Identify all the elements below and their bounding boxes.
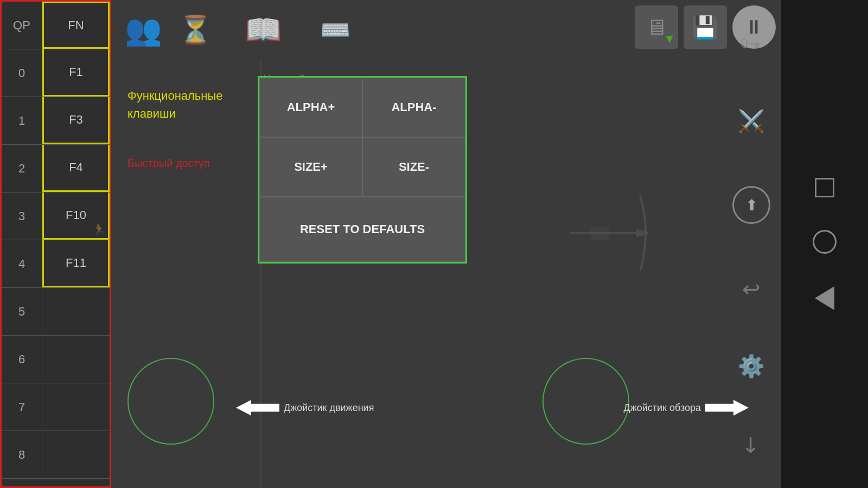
- left-sidebar: QP FN 0 F1 1 F3 2 F4 3 F10 🏃 4 F11 5 6: [0, 0, 111, 488]
- android-nav-bar: [781, 0, 868, 488]
- reset-row: RESET TO DEFAULTS: [259, 197, 465, 262]
- functional-keys-label: Функциональныеклавиши: [127, 87, 236, 123]
- sidebar-fn-header: FN: [42, 2, 110, 49]
- sidebar-qp-0[interactable]: 0: [2, 49, 42, 97]
- running-icon: 🏃: [92, 223, 106, 236]
- alpha-row: ALPHA+ ALPHA-: [259, 78, 465, 137]
- sidebar-qp-a[interactable]: a: [2, 479, 42, 488]
- alpha-minus-button[interactable]: ALPHA-: [362, 78, 465, 137]
- home-button[interactable]: [813, 230, 837, 254]
- sidebar-qp-7[interactable]: 7: [2, 383, 42, 431]
- hourglass-icon[interactable]: ⏳: [178, 14, 212, 46]
- sword-shield-icon[interactable]: ⚔️: [738, 108, 765, 134]
- svg-marker-3: [637, 230, 648, 236]
- control-panel: ALPHA+ ALPHA- SIZE+ SIZE- RESET TO DEFAU…: [258, 76, 467, 264]
- undo-icon[interactable]: ↩: [742, 277, 761, 301]
- sidebar-fn-1[interactable]: F3: [42, 97, 110, 144]
- sidebar-qp-1[interactable]: 1: [2, 97, 42, 144]
- arrow-left-icon: [236, 398, 279, 418]
- sidebar-fn-2[interactable]: F4: [42, 145, 110, 192]
- sidebar-fn-5: [42, 288, 110, 335]
- size-row: SIZE+ SIZE-: [259, 137, 465, 197]
- sidebar-qp-5[interactable]: 5: [2, 288, 42, 335]
- sidebar-qp-2[interactable]: 2: [2, 145, 42, 192]
- alpha-plus-button[interactable]: ALPHA+: [259, 78, 362, 137]
- sidebar-fn-4[interactable]: F11: [42, 240, 110, 287]
- sidebar-fn-3[interactable]: F10 🏃: [42, 192, 110, 240]
- sidebar-fn-0[interactable]: F1: [42, 49, 110, 97]
- sidebar-fn-6: [42, 336, 110, 383]
- compass-icon[interactable]: ⚙️: [738, 354, 765, 379]
- size-minus-button[interactable]: SIZE-: [362, 137, 465, 197]
- crossbow-icon: [553, 179, 662, 290]
- right-game-icons-panel: 🗝 ⚔️ ⬆ ↩ ⚙️ ↘: [724, 0, 778, 488]
- reset-defaults-button[interactable]: RESET TO DEFAULTS: [259, 197, 465, 262]
- sidebar-fn-a: [42, 479, 110, 488]
- up-arrow-button[interactable]: ⬆: [732, 186, 770, 224]
- sidebar-qp-6[interactable]: 6: [2, 336, 42, 383]
- diagonal-arrow-icon[interactable]: ↘: [736, 428, 767, 459]
- main-content: Функциональныеклавиши Быстрый доступ Нас…: [117, 60, 781, 488]
- people-icon[interactable]: 👥: [125, 12, 162, 48]
- download-arrow-icon: ▼: [663, 32, 675, 46]
- sidebar-fn-7: [42, 383, 110, 431]
- back-button[interactable]: [815, 286, 834, 310]
- quick-access-label: Быстрый доступ: [127, 157, 210, 170]
- size-plus-button[interactable]: SIZE+: [259, 137, 362, 197]
- screen-download-icon[interactable]: 🖥 ▼: [635, 5, 678, 49]
- joystick-move-label: Джойстик движения: [236, 398, 374, 418]
- sidebar-qp-8[interactable]: 8: [2, 431, 42, 478]
- sidebar-qp-header: QP: [2, 2, 42, 49]
- floppy-icon[interactable]: 💾: [684, 5, 727, 49]
- sidebar-qp-3[interactable]: 3: [2, 192, 42, 240]
- joystick-left[interactable]: [127, 358, 214, 445]
- recent-apps-button[interactable]: [815, 178, 834, 197]
- key-icon[interactable]: 🗝: [741, 31, 762, 56]
- sidebar-qp-4[interactable]: 4: [2, 240, 42, 287]
- sidebar-fn-8: [42, 431, 110, 478]
- keyboard-icon[interactable]: ⌨️: [320, 16, 350, 44]
- book-icon[interactable]: 📖: [245, 12, 282, 48]
- joystick-right[interactable]: [542, 358, 629, 445]
